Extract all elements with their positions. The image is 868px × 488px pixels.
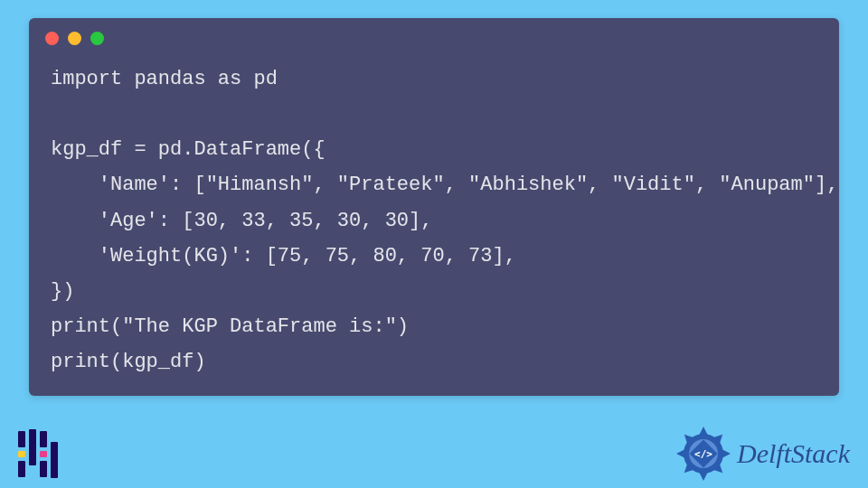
code-line: 'Age': [30, 33, 35, 30, 30], xyxy=(51,210,432,232)
svg-text:</>: </> xyxy=(694,448,712,460)
code-line: print(kgp_df) xyxy=(51,351,206,373)
window-controls xyxy=(29,18,839,52)
maximize-dot-icon xyxy=(90,32,104,45)
code-line: 'Name': ["Himansh", "Prateek", "Abhishek… xyxy=(51,174,838,196)
close-dot-icon xyxy=(45,32,59,45)
code-line: print("The KGP DataFrame is:") xyxy=(51,315,409,338)
minimize-dot-icon xyxy=(68,32,81,45)
code-line: }) xyxy=(51,280,74,303)
delftstack-logo: </> DelftStack xyxy=(675,426,850,482)
pandas-logo-icon xyxy=(18,431,58,476)
brand-name: DelftStack xyxy=(737,438,850,469)
code-window: import pandas as pd kgp_df = pd.DataFram… xyxy=(29,18,839,396)
footer: </> DelftStack xyxy=(0,427,868,488)
code-content: import pandas as pd kgp_df = pd.DataFram… xyxy=(29,52,839,380)
code-line: import pandas as pd xyxy=(51,68,278,90)
code-line: 'Weight(KG)': [75, 75, 80, 70, 73], xyxy=(51,245,516,267)
code-line: kgp_df = pd.DataFrame({ xyxy=(51,138,326,161)
gear-icon: </> xyxy=(675,426,731,482)
